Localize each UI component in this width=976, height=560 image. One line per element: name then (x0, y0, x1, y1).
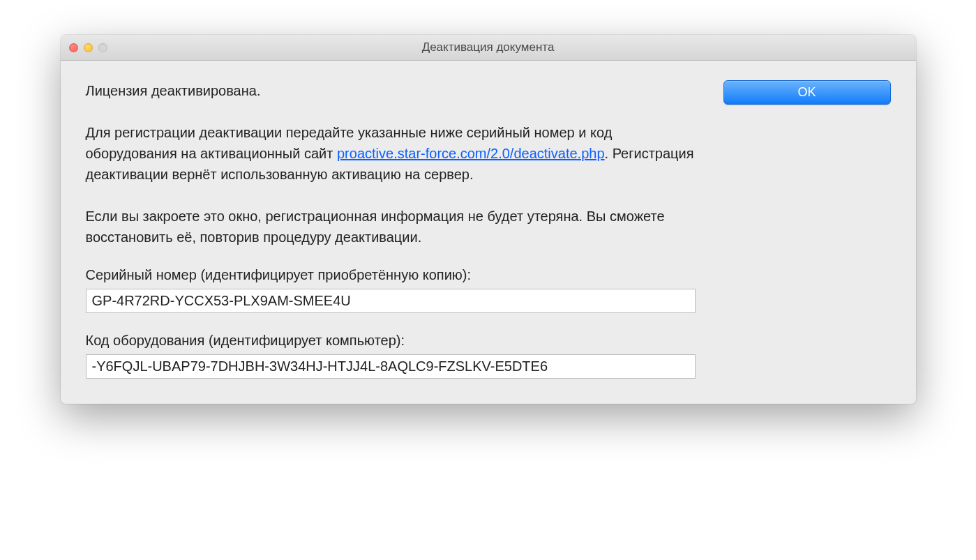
serial-label: Серийный номер (идентифицирует приобретё… (86, 267, 696, 283)
window-title: Деактивация документа (69, 40, 908, 54)
info-paragraph: Если вы закроете это окно, регистрационн… (86, 206, 696, 248)
body-text: Лицензия деактивирована. Для регистрации… (86, 80, 696, 248)
close-icon[interactable] (69, 43, 78, 52)
ok-button[interactable]: OK (723, 80, 891, 105)
traffic-lights (69, 43, 107, 52)
titlebar: Деактивация документа (61, 35, 916, 61)
maximize-icon (98, 43, 107, 52)
right-column: OK (723, 80, 891, 105)
hardware-label: Код оборудования (идентифицирует компьют… (86, 333, 696, 349)
minimize-icon[interactable] (84, 43, 93, 52)
hardware-input[interactable] (86, 354, 696, 379)
content-area: Лицензия деактивирована. Для регистрации… (61, 61, 916, 404)
dialog-window: Деактивация документа Лицензия деактивир… (61, 35, 916, 404)
left-column: Лицензия деактивирована. Для регистрации… (86, 80, 696, 379)
status-line: Лицензия деактивирована. (86, 80, 696, 101)
instruction-paragraph: Для регистрации деактивации передайте ук… (86, 122, 696, 185)
deactivation-link[interactable]: proactive.star-force.com/2.0/deactivate.… (337, 146, 605, 161)
serial-input[interactable] (86, 289, 696, 313)
